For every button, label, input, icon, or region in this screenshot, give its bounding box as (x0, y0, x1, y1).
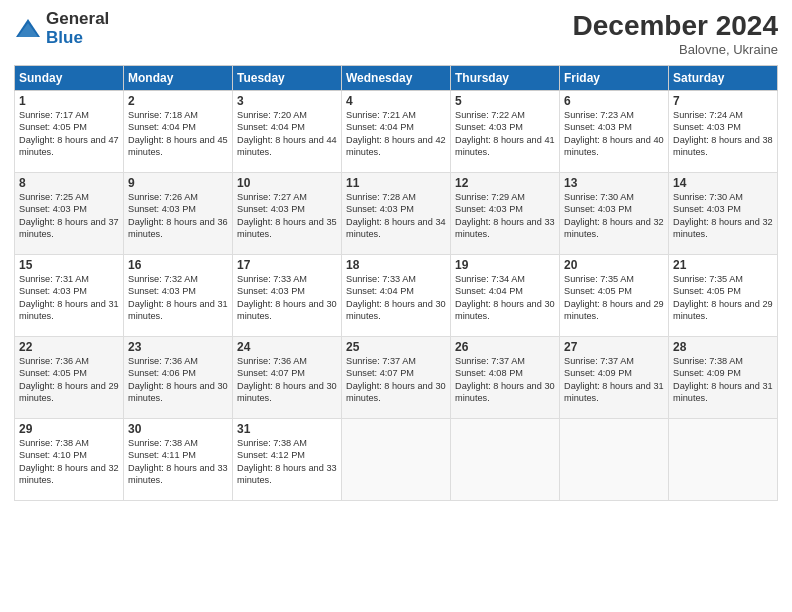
col-wednesday: Wednesday (342, 66, 451, 91)
cell-info: Sunrise: 7:26 AMSunset: 4:03 PMDaylight:… (128, 192, 228, 239)
day-number: 15 (19, 258, 119, 272)
table-row (451, 419, 560, 501)
table-row: 21Sunrise: 7:35 AMSunset: 4:05 PMDayligh… (669, 255, 778, 337)
table-row: 20Sunrise: 7:35 AMSunset: 4:05 PMDayligh… (560, 255, 669, 337)
cell-info: Sunrise: 7:33 AMSunset: 4:04 PMDaylight:… (346, 274, 446, 321)
table-row: 22Sunrise: 7:36 AMSunset: 4:05 PMDayligh… (15, 337, 124, 419)
cell-info: Sunrise: 7:37 AMSunset: 4:09 PMDaylight:… (564, 356, 664, 403)
col-friday: Friday (560, 66, 669, 91)
day-number: 23 (128, 340, 228, 354)
cell-info: Sunrise: 7:32 AMSunset: 4:03 PMDaylight:… (128, 274, 228, 321)
cell-info: Sunrise: 7:17 AMSunset: 4:05 PMDaylight:… (19, 110, 119, 157)
cell-info: Sunrise: 7:37 AMSunset: 4:08 PMDaylight:… (455, 356, 555, 403)
day-number: 4 (346, 94, 446, 108)
day-number: 8 (19, 176, 119, 190)
day-number: 9 (128, 176, 228, 190)
col-saturday: Saturday (669, 66, 778, 91)
day-number: 24 (237, 340, 337, 354)
day-number: 26 (455, 340, 555, 354)
cell-info: Sunrise: 7:27 AMSunset: 4:03 PMDaylight:… (237, 192, 337, 239)
calendar-week-row: 15Sunrise: 7:31 AMSunset: 4:03 PMDayligh… (15, 255, 778, 337)
table-row: 26Sunrise: 7:37 AMSunset: 4:08 PMDayligh… (451, 337, 560, 419)
cell-info: Sunrise: 7:21 AMSunset: 4:04 PMDaylight:… (346, 110, 446, 157)
cell-info: Sunrise: 7:23 AMSunset: 4:03 PMDaylight:… (564, 110, 664, 157)
logo-general-text: General (46, 10, 109, 29)
cell-info: Sunrise: 7:25 AMSunset: 4:03 PMDaylight:… (19, 192, 119, 239)
table-row: 23Sunrise: 7:36 AMSunset: 4:06 PMDayligh… (124, 337, 233, 419)
cell-info: Sunrise: 7:35 AMSunset: 4:05 PMDaylight:… (564, 274, 664, 321)
location: Balovne, Ukraine (573, 42, 778, 57)
cell-info: Sunrise: 7:29 AMSunset: 4:03 PMDaylight:… (455, 192, 555, 239)
table-row: 3Sunrise: 7:20 AMSunset: 4:04 PMDaylight… (233, 91, 342, 173)
day-number: 6 (564, 94, 664, 108)
col-thursday: Thursday (451, 66, 560, 91)
table-row: 16Sunrise: 7:32 AMSunset: 4:03 PMDayligh… (124, 255, 233, 337)
day-number: 21 (673, 258, 773, 272)
table-row: 6Sunrise: 7:23 AMSunset: 4:03 PMDaylight… (560, 91, 669, 173)
logo-icon (14, 15, 42, 43)
cell-info: Sunrise: 7:38 AMSunset: 4:11 PMDaylight:… (128, 438, 228, 485)
cell-info: Sunrise: 7:31 AMSunset: 4:03 PMDaylight:… (19, 274, 119, 321)
table-row: 7Sunrise: 7:24 AMSunset: 4:03 PMDaylight… (669, 91, 778, 173)
day-number: 28 (673, 340, 773, 354)
day-number: 30 (128, 422, 228, 436)
month-title: December 2024 (573, 10, 778, 42)
table-row: 15Sunrise: 7:31 AMSunset: 4:03 PMDayligh… (15, 255, 124, 337)
day-number: 25 (346, 340, 446, 354)
table-row: 13Sunrise: 7:30 AMSunset: 4:03 PMDayligh… (560, 173, 669, 255)
day-number: 29 (19, 422, 119, 436)
calendar-table: Sunday Monday Tuesday Wednesday Thursday… (14, 65, 778, 501)
calendar-week-row: 22Sunrise: 7:36 AMSunset: 4:05 PMDayligh… (15, 337, 778, 419)
cell-info: Sunrise: 7:24 AMSunset: 4:03 PMDaylight:… (673, 110, 773, 157)
calendar-week-row: 8Sunrise: 7:25 AMSunset: 4:03 PMDaylight… (15, 173, 778, 255)
table-row: 9Sunrise: 7:26 AMSunset: 4:03 PMDaylight… (124, 173, 233, 255)
cell-info: Sunrise: 7:28 AMSunset: 4:03 PMDaylight:… (346, 192, 446, 239)
cell-info: Sunrise: 7:35 AMSunset: 4:05 PMDaylight:… (673, 274, 773, 321)
table-row: 31Sunrise: 7:38 AMSunset: 4:12 PMDayligh… (233, 419, 342, 501)
day-number: 27 (564, 340, 664, 354)
cell-info: Sunrise: 7:36 AMSunset: 4:05 PMDaylight:… (19, 356, 119, 403)
cell-info: Sunrise: 7:38 AMSunset: 4:10 PMDaylight:… (19, 438, 119, 485)
day-number: 20 (564, 258, 664, 272)
table-row: 24Sunrise: 7:36 AMSunset: 4:07 PMDayligh… (233, 337, 342, 419)
table-row: 25Sunrise: 7:37 AMSunset: 4:07 PMDayligh… (342, 337, 451, 419)
cell-info: Sunrise: 7:20 AMSunset: 4:04 PMDaylight:… (237, 110, 337, 157)
table-row (669, 419, 778, 501)
table-row: 4Sunrise: 7:21 AMSunset: 4:04 PMDaylight… (342, 91, 451, 173)
day-number: 16 (128, 258, 228, 272)
cell-info: Sunrise: 7:30 AMSunset: 4:03 PMDaylight:… (564, 192, 664, 239)
day-number: 12 (455, 176, 555, 190)
table-row: 17Sunrise: 7:33 AMSunset: 4:03 PMDayligh… (233, 255, 342, 337)
table-row: 2Sunrise: 7:18 AMSunset: 4:04 PMDaylight… (124, 91, 233, 173)
day-number: 7 (673, 94, 773, 108)
col-tuesday: Tuesday (233, 66, 342, 91)
table-row: 27Sunrise: 7:37 AMSunset: 4:09 PMDayligh… (560, 337, 669, 419)
day-number: 22 (19, 340, 119, 354)
table-row: 11Sunrise: 7:28 AMSunset: 4:03 PMDayligh… (342, 173, 451, 255)
cell-info: Sunrise: 7:33 AMSunset: 4:03 PMDaylight:… (237, 274, 337, 321)
logo: General Blue (14, 10, 109, 47)
cell-info: Sunrise: 7:38 AMSunset: 4:09 PMDaylight:… (673, 356, 773, 403)
day-number: 2 (128, 94, 228, 108)
cell-info: Sunrise: 7:22 AMSunset: 4:03 PMDaylight:… (455, 110, 555, 157)
day-number: 19 (455, 258, 555, 272)
table-row: 18Sunrise: 7:33 AMSunset: 4:04 PMDayligh… (342, 255, 451, 337)
calendar-week-row: 1Sunrise: 7:17 AMSunset: 4:05 PMDaylight… (15, 91, 778, 173)
day-number: 3 (237, 94, 337, 108)
logo-blue-text: Blue (46, 29, 109, 48)
table-row: 29Sunrise: 7:38 AMSunset: 4:10 PMDayligh… (15, 419, 124, 501)
cell-info: Sunrise: 7:18 AMSunset: 4:04 PMDaylight:… (128, 110, 228, 157)
cell-info: Sunrise: 7:36 AMSunset: 4:06 PMDaylight:… (128, 356, 228, 403)
table-row: 14Sunrise: 7:30 AMSunset: 4:03 PMDayligh… (669, 173, 778, 255)
table-row: 8Sunrise: 7:25 AMSunset: 4:03 PMDaylight… (15, 173, 124, 255)
calendar-week-row: 29Sunrise: 7:38 AMSunset: 4:10 PMDayligh… (15, 419, 778, 501)
table-row: 30Sunrise: 7:38 AMSunset: 4:11 PMDayligh… (124, 419, 233, 501)
day-number: 10 (237, 176, 337, 190)
day-number: 17 (237, 258, 337, 272)
table-row: 5Sunrise: 7:22 AMSunset: 4:03 PMDaylight… (451, 91, 560, 173)
table-row: 10Sunrise: 7:27 AMSunset: 4:03 PMDayligh… (233, 173, 342, 255)
day-number: 5 (455, 94, 555, 108)
col-sunday: Sunday (15, 66, 124, 91)
cell-info: Sunrise: 7:37 AMSunset: 4:07 PMDaylight:… (346, 356, 446, 403)
day-number: 1 (19, 94, 119, 108)
